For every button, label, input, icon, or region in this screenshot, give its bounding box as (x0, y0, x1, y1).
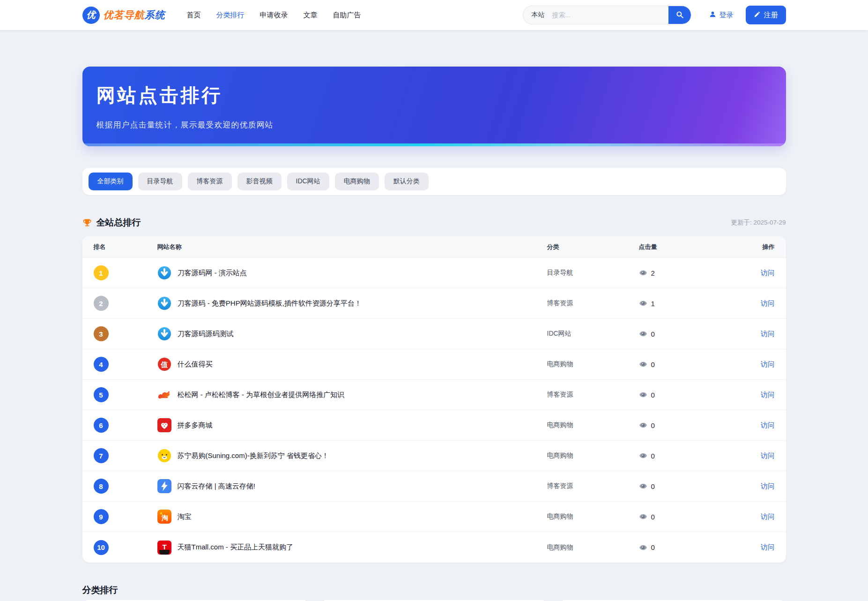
eye-icon (639, 482, 647, 490)
ranking-section-header: 全站总排行 更新于: 2025-07-29 (82, 217, 786, 229)
filter-chip-blog[interactable]: 博客资源 (188, 173, 232, 190)
column-header-rank: 排名 (94, 243, 157, 251)
brand-logo-icon: 优 (82, 7, 100, 24)
site-category: 电商购物 (547, 543, 639, 552)
visit-link[interactable]: 访问 (761, 512, 775, 520)
table-row: 1 刀客源码网 - 演示站点 目录导航 2 访问 (82, 258, 786, 288)
visit-link[interactable]: 访问 (761, 360, 775, 368)
click-count: 1 (651, 300, 655, 308)
nav-item-home[interactable]: 首页 (187, 11, 201, 20)
filter-chip-ecommerce[interactable]: 电商购物 (335, 173, 379, 190)
search-icon (675, 10, 684, 20)
brand-logo[interactable]: 优 优茗导航系统 (82, 7, 165, 24)
filter-chip-default[interactable]: 默认分类 (385, 173, 429, 190)
eye-icon (639, 360, 647, 368)
smzdm-favicon-icon: 值 (157, 357, 171, 371)
search-input[interactable] (551, 11, 668, 19)
svg-text:T: T (162, 542, 166, 550)
visit-link[interactable]: 访问 (761, 543, 775, 551)
category-ranking-title: 分类排行 (82, 584, 786, 596)
click-count: 0 (651, 513, 655, 521)
taobao-favicon-icon: 淘 (157, 510, 171, 524)
site-name[interactable]: 刀客源码 - 免费PHP网站源码模板,插件软件资源分享平台！ (178, 299, 362, 308)
table-body: 1 刀客源码网 - 演示站点 目录导航 2 访问 2 刀客源码 - 免费PHP网… (82, 258, 786, 563)
svg-text:值: 值 (160, 361, 168, 368)
table-row: 4 值 什么值得买 电商购物 0 访问 (82, 349, 786, 380)
site-name[interactable]: 刀客源码网 - 演示站点 (178, 269, 247, 278)
click-count: 0 (651, 452, 655, 460)
search-scope-select[interactable]: 本站 (523, 11, 551, 19)
eye-icon (639, 512, 647, 521)
trophy-icon (82, 218, 92, 227)
visit-link[interactable]: 访问 (761, 391, 775, 398)
squirrel-favicon-icon (157, 388, 171, 402)
hero-banner: 网站点击排行 根据用户点击量统计，展示最受欢迎的优质网站 (82, 67, 786, 146)
download-circle-favicon-icon (157, 296, 171, 310)
register-button[interactable]: 注册 (746, 6, 786, 24)
nav-item-articles[interactable]: 文章 (304, 11, 318, 20)
visit-link[interactable]: 访问 (761, 451, 775, 459)
click-count: 0 (651, 361, 655, 368)
svg-text:淘: 淘 (161, 514, 168, 521)
site-name[interactable]: 苏宁易购(Suning.com)-换新到苏宁 省钱更省心！ (178, 451, 329, 460)
login-label: 登录 (720, 11, 734, 20)
rank-badge: 5 (94, 387, 109, 402)
visit-link[interactable]: 访问 (761, 299, 775, 307)
filter-chip-directory[interactable]: 目录导航 (138, 173, 182, 190)
eye-icon (639, 330, 647, 338)
click-count: 0 (651, 543, 655, 551)
visit-link[interactable]: 访问 (761, 269, 775, 277)
ranking-title-group: 全站总排行 (82, 217, 141, 229)
site-category: 目录导航 (547, 269, 639, 277)
site-category: 博客资源 (547, 299, 639, 308)
suning-favicon-icon (157, 449, 171, 463)
site-category: 电商购物 (547, 421, 639, 429)
table-header-row: 排名 网站名称 分类 点击量 操作 (82, 236, 786, 258)
click-count: 0 (651, 391, 655, 399)
search-button[interactable] (668, 6, 691, 24)
site-name[interactable]: 闪客云存储 | 高速云存储! (178, 482, 255, 491)
download-circle-favicon-icon (157, 327, 171, 341)
rank-badge: 8 (94, 479, 109, 494)
table-row: 5 松松网 - 卢松松博客 - 为草根创业者提供网络推广知识 博客资源 0 访问 (82, 380, 786, 410)
page-title: 网站点击排行 (96, 83, 772, 108)
site-name[interactable]: 什么值得买 (178, 360, 213, 369)
table-row: 9 淘 淘宝 电商购物 0 访问 (82, 502, 786, 532)
site-category: 电商购物 (547, 512, 639, 521)
site-name[interactable]: 松松网 - 卢松松博客 - 为草根创业者提供网络推广知识 (178, 391, 345, 399)
site-name[interactable]: 淘宝 (178, 512, 192, 521)
table-row: 6 拼多多商城 电商购物 0 访问 (82, 410, 786, 441)
table-row: 10 T 天猫Tmall.com - 买正品上天猫就购了 电商购物 0 访问 (82, 532, 786, 563)
site-name[interactable]: 拼多多商城 (178, 421, 213, 430)
register-label: 注册 (764, 11, 778, 20)
site-name[interactable]: 天猫Tmall.com - 买正品上天猫就购了 (178, 543, 294, 552)
eye-icon (639, 421, 647, 429)
visit-link[interactable]: 访问 (761, 330, 775, 338)
column-header-category: 分类 (547, 243, 639, 251)
nav-item-category-rank[interactable]: 分类排行 (216, 11, 245, 20)
visit-link[interactable]: 访问 (761, 482, 775, 490)
click-count: 0 (651, 421, 655, 429)
main-content: 网站点击排行 根据用户点击量统计，展示最受欢迎的优质网站 全部类别目录导航博客资… (82, 67, 786, 601)
rank-badge: 10 (94, 540, 109, 555)
visit-link[interactable]: 访问 (761, 421, 775, 429)
filter-chip-all[interactable]: 全部类别 (89, 173, 133, 190)
table-row: 2 刀客源码 - 免费PHP网站源码模板,插件软件资源分享平台！ 博客资源 1 … (82, 288, 786, 319)
page-subtitle: 根据用户点击量统计，展示最受欢迎的优质网站 (96, 120, 772, 130)
login-link[interactable]: 登录 (709, 10, 734, 20)
nav-item-self-ads[interactable]: 自助广告 (333, 11, 361, 20)
rank-badge: 2 (94, 296, 109, 311)
search-bar: 本站 (523, 6, 691, 24)
nav-item-submit-site[interactable]: 申请收录 (260, 11, 288, 20)
filter-chip-video[interactable]: 影音视频 (237, 173, 282, 190)
eye-icon (639, 391, 647, 399)
filter-chip-idc[interactable]: IDC网站 (287, 173, 329, 190)
site-category: 博客资源 (547, 482, 639, 490)
pencil-icon (754, 11, 761, 19)
site-category: 电商购物 (547, 360, 639, 368)
rank-badge: 3 (94, 326, 109, 341)
site-name[interactable]: 刀客源码源码测试 (178, 330, 234, 338)
brand-name: 优茗导航系统 (104, 8, 165, 22)
lightning-favicon-icon (157, 479, 171, 493)
column-header-name: 网站名称 (157, 243, 547, 251)
